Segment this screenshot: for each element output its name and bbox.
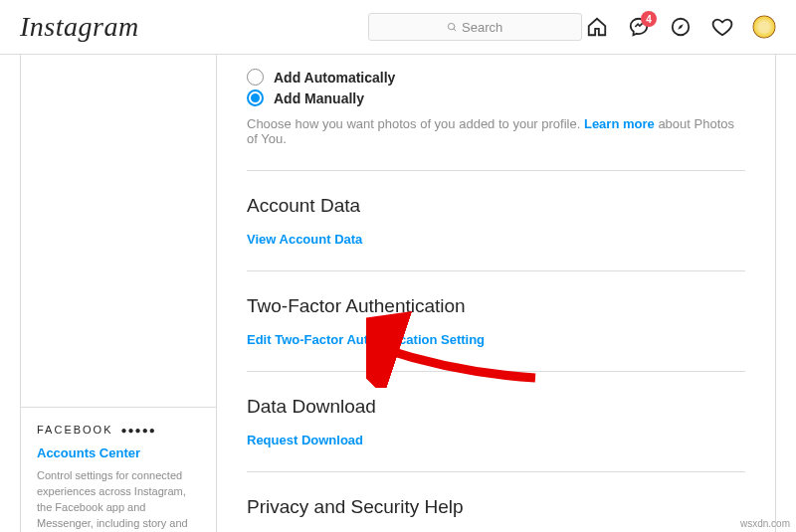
search-input[interactable]: Search [368, 13, 582, 41]
heart-icon[interactable] [710, 15, 734, 39]
view-account-data-link[interactable]: View Account Data [247, 232, 362, 247]
learn-more-link[interactable]: Learn more [584, 116, 655, 131]
instagram-logo[interactable]: Instagram [20, 11, 139, 43]
two-factor-section: Two-Factor Authentication Edit Two-Facto… [247, 270, 745, 347]
watermark: wsxdn.com [740, 518, 790, 529]
messenger-icon[interactable]: 4 [627, 15, 651, 39]
home-icon[interactable] [585, 15, 609, 39]
radio-label: Add Automatically [274, 70, 395, 86]
section-title: Two-Factor Authentication [247, 295, 745, 317]
radio-add-manually[interactable]: Add Manually [247, 89, 745, 106]
section-title: Data Download [247, 396, 745, 418]
data-download-section: Data Download Request Download [247, 371, 745, 447]
privacy-help-section: Privacy and Security Help Support [247, 471, 745, 532]
accounts-center-link[interactable]: Accounts Center [37, 445, 200, 460]
top-navbar: Instagram Search 4 [0, 0, 796, 55]
facebook-product-icons: ●●●●● [121, 425, 156, 436]
section-title: Privacy and Security Help [247, 496, 745, 518]
section-title: Account Data [247, 195, 745, 217]
nav-icons-group: 4 [585, 15, 776, 39]
settings-sidebar: FACEBOOK ●●●●● Accounts Center Control s… [20, 55, 217, 532]
request-download-link[interactable]: Request Download [247, 433, 363, 447]
explore-icon[interactable] [669, 15, 693, 39]
profile-avatar[interactable] [752, 15, 776, 39]
svg-line-1 [454, 28, 456, 30]
sidebar-facebook-panel: FACEBOOK ●●●●● Accounts Center Control s… [21, 407, 216, 532]
accounts-center-description: Control settings for connected experienc… [37, 468, 200, 532]
messenger-badge: 4 [641, 11, 657, 27]
radio-selected-icon [247, 89, 264, 106]
account-data-section: Account Data View Account Data [247, 170, 745, 247]
svg-point-0 [448, 23, 454, 29]
search-icon [447, 22, 458, 33]
facebook-label: FACEBOOK [37, 424, 113, 436]
radio-unselected-icon [247, 69, 264, 86]
svg-marker-3 [678, 24, 684, 30]
search-placeholder: Search [462, 20, 502, 35]
photos-of-you-hint: Choose how you want photos of you added … [247, 116, 745, 146]
radio-label: Add Manually [274, 90, 364, 106]
radio-add-automatically[interactable]: Add Automatically [247, 69, 745, 86]
edit-two-factor-link[interactable]: Edit Two-Factor Authentication Setting [247, 332, 485, 347]
settings-main: Add Automatically Add Manually Choose ho… [217, 55, 776, 532]
